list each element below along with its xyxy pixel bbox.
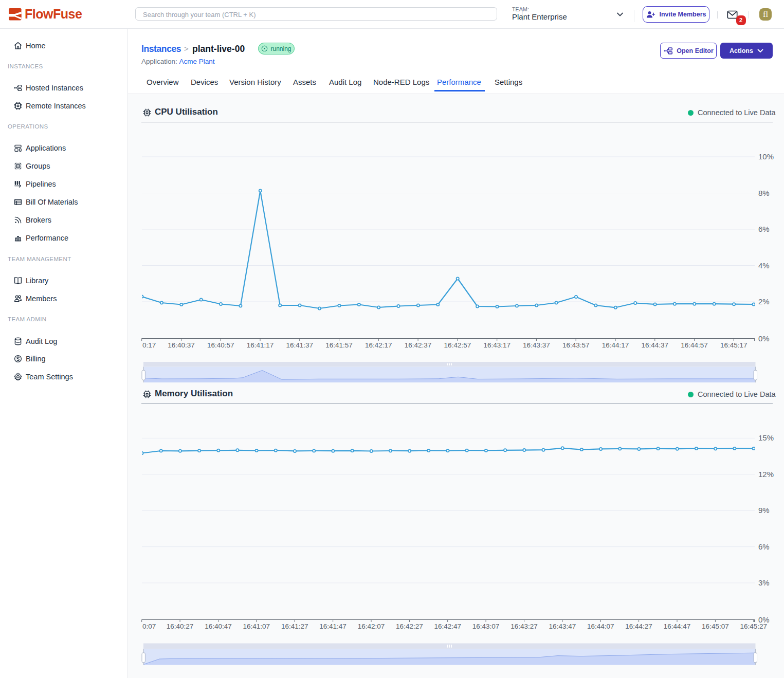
svg-text:0:07: 0:07 <box>142 622 156 630</box>
svg-text:16:42:27: 16:42:27 <box>396 622 423 630</box>
svg-text:3%: 3% <box>758 578 770 587</box>
svg-text:16:42:07: 16:42:07 <box>358 622 385 630</box>
svg-text:16:44:47: 16:44:47 <box>664 622 691 630</box>
svg-text:16:41:17: 16:41:17 <box>247 341 274 349</box>
svg-text:4%: 4% <box>758 261 770 270</box>
svg-text:15%: 15% <box>758 433 774 442</box>
svg-text:16:44:27: 16:44:27 <box>625 622 652 630</box>
svg-text:16:41:37: 16:41:37 <box>286 341 314 349</box>
svg-text:16:41:27: 16:41:27 <box>281 622 308 630</box>
svg-text:0:17: 0:17 <box>142 341 156 349</box>
svg-text:16:41:57: 16:41:57 <box>325 341 353 349</box>
svg-text:16:40:57: 16:40:57 <box>207 341 234 349</box>
svg-text:12%: 12% <box>758 470 774 479</box>
svg-text:6%: 6% <box>758 542 770 551</box>
svg-text:16:41:47: 16:41:47 <box>319 622 347 630</box>
svg-text:2%: 2% <box>758 297 770 306</box>
svg-text:16:41:07: 16:41:07 <box>243 622 270 630</box>
svg-text:16:42:37: 16:42:37 <box>405 341 432 349</box>
svg-text:0%: 0% <box>758 334 770 343</box>
svg-text:16:43:37: 16:43:37 <box>523 341 550 349</box>
svg-text:16:42:57: 16:42:57 <box>444 341 471 349</box>
svg-text:16:43:47: 16:43:47 <box>549 622 576 630</box>
svg-text:16:44:17: 16:44:17 <box>602 341 629 349</box>
svg-text:16:40:47: 16:40:47 <box>205 622 232 630</box>
svg-text:16:44:37: 16:44:37 <box>642 341 669 349</box>
svg-text:16:45:27: 16:45:27 <box>740 622 768 630</box>
svg-text:16:45:07: 16:45:07 <box>702 622 729 630</box>
svg-text:8%: 8% <box>758 189 770 197</box>
svg-text:16:43:57: 16:43:57 <box>562 341 590 349</box>
svg-text:9%: 9% <box>758 506 770 515</box>
svg-text:16:44:07: 16:44:07 <box>587 622 614 630</box>
svg-text:16:40:27: 16:40:27 <box>167 622 194 630</box>
svg-text:16:42:17: 16:42:17 <box>365 341 392 349</box>
svg-text:16:45:17: 16:45:17 <box>720 341 747 349</box>
svg-text:10%: 10% <box>758 152 774 161</box>
svg-text:16:44:57: 16:44:57 <box>681 341 708 349</box>
svg-text:6%: 6% <box>758 225 770 233</box>
svg-text:16:40:37: 16:40:37 <box>168 341 195 349</box>
svg-text:16:43:17: 16:43:17 <box>483 341 510 349</box>
svg-text:16:43:07: 16:43:07 <box>472 622 500 630</box>
svg-text:16:42:47: 16:42:47 <box>434 622 461 630</box>
svg-text:16:43:27: 16:43:27 <box>510 622 538 630</box>
